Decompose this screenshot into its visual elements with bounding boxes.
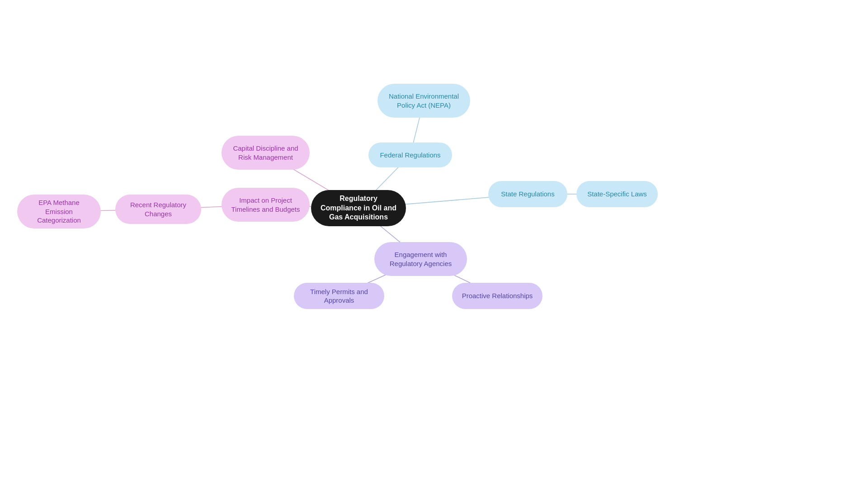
impact-timelines-node[interactable]: Impact on Project Timelines and Budgets [222, 188, 310, 222]
state-regulations-label: State Regulations [501, 190, 554, 199]
federal-regulations-label: Federal Regulations [380, 151, 440, 160]
nepa-node[interactable]: National Environmental Policy Act (NEPA) [377, 84, 470, 118]
center-node-label: Regulatory Compliance in Oil and Gas Acq… [320, 194, 397, 222]
epa-methane-node[interactable]: EPA Methane Emission Categorization [17, 195, 101, 228]
mind-map-canvas: Regulatory Compliance in Oil and Gas Acq… [0, 0, 868, 490]
state-regulations-node[interactable]: State Regulations [488, 181, 567, 207]
timely-permits-node[interactable]: Timely Permits and Approvals [294, 283, 384, 309]
federal-regulations-node[interactable]: Federal Regulations [368, 143, 452, 167]
proactive-label: Proactive Relationships [462, 291, 533, 300]
engagement-label: Engagement with Regulatory Agencies [383, 250, 458, 268]
recent-regulatory-node[interactable]: Recent Regulatory Changes [115, 195, 201, 224]
capital-discipline-node[interactable]: Capital Discipline and Risk Management [222, 136, 310, 170]
proactive-node[interactable]: Proactive Relationships [452, 283, 542, 309]
center-node[interactable]: Regulatory Compliance in Oil and Gas Acq… [311, 190, 406, 226]
state-specific-label: State-Specific Laws [587, 190, 647, 199]
capital-discipline-label: Capital Discipline and Risk Management [231, 144, 301, 162]
state-specific-node[interactable]: State-Specific Laws [576, 181, 658, 207]
engagement-node[interactable]: Engagement with Regulatory Agencies [374, 242, 467, 276]
nepa-label: National Environmental Policy Act (NEPA) [387, 92, 461, 109]
timely-permits-label: Timely Permits and Approvals [303, 287, 375, 305]
recent-regulatory-label: Recent Regulatory Changes [124, 200, 192, 218]
impact-timelines-label: Impact on Project Timelines and Budgets [231, 196, 301, 214]
epa-methane-label: EPA Methane Emission Categorization [26, 198, 92, 225]
